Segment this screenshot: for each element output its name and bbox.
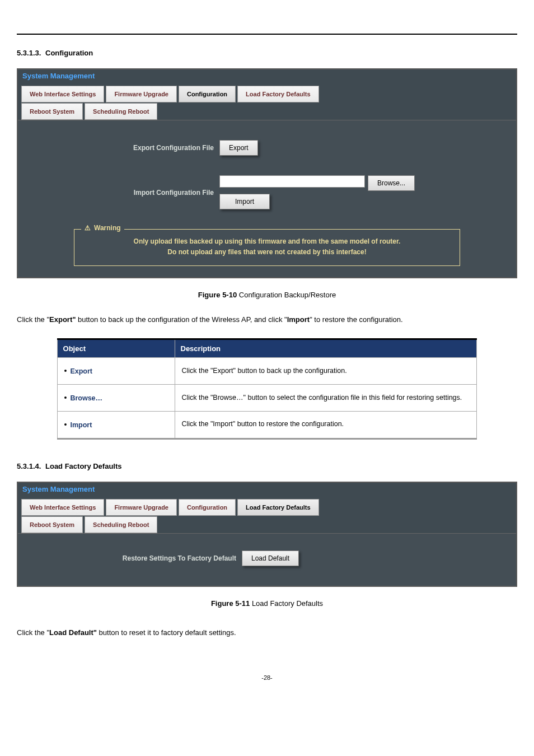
- tab-firmware-upgrade[interactable]: Firmware Upgrade: [106, 499, 177, 516]
- export-label: Export Configuration File: [35, 144, 219, 152]
- warning-line2: Do not upload any files that were not cr…: [85, 247, 449, 258]
- tab-load-factory-defaults[interactable]: Load Factory Defaults: [237, 86, 319, 102]
- panel-body: Restore Settings To Factory Default Load…: [18, 533, 516, 586]
- object-description: Click the "Export" button to back up the…: [175, 358, 477, 385]
- panel-title: System Management: [18, 69, 516, 82]
- bullet-icon: •: [64, 393, 67, 402]
- browse-button[interactable]: Browse...: [368, 175, 415, 191]
- section-number: 5.3.1.4.: [17, 462, 41, 470]
- page-number: -28-: [17, 674, 517, 681]
- figure-caption-2: Figure 5-11 Load Factory Defaults: [17, 599, 517, 608]
- warning-legend: ⚠ Warning: [81, 224, 124, 232]
- tab-web-interface[interactable]: Web Interface Settings: [21, 86, 104, 102]
- restore-row: Restore Settings To Factory Default Load…: [35, 550, 499, 566]
- object-name: Browse…: [70, 394, 102, 402]
- export-row: Export Configuration File Export: [35, 140, 499, 156]
- tabs-container: Web Interface Settings Firmware Upgrade …: [18, 82, 516, 120]
- section-title: Load Factory Defaults: [45, 462, 122, 470]
- figure-number: Figure 5-11: [211, 599, 250, 608]
- warning-icon: ⚠: [85, 224, 91, 232]
- figure-number: Figure 5-10: [198, 291, 237, 299]
- import-label: Import Configuration File: [35, 189, 219, 197]
- load-default-button[interactable]: Load Default: [242, 550, 299, 566]
- object-name: Import: [70, 421, 92, 429]
- object-description: Click the "Import" button to restore the…: [175, 411, 477, 438]
- bullet-icon: •: [64, 420, 67, 429]
- bullet-icon: •: [64, 366, 67, 375]
- paragraph-export-import: Click the "Export" button to back up the…: [17, 311, 517, 328]
- export-button[interactable]: Export: [219, 140, 258, 156]
- figure-title: Configuration Backup/Restore: [237, 291, 336, 299]
- system-management-panel-config: System Management Web Interface Settings…: [17, 68, 517, 278]
- tab-scheduling-reboot[interactable]: Scheduling Reboot: [85, 103, 157, 120]
- warning-line1: Only upload files backed up using this f…: [85, 236, 449, 247]
- figure-title: Load Factory Defaults: [250, 599, 323, 608]
- tab-reboot-system[interactable]: Reboot System: [21, 516, 83, 533]
- panel-body: Export Configuration File Export Import …: [18, 120, 516, 277]
- import-file-input[interactable]: [219, 175, 365, 188]
- warning-box: ⚠ Warning Only upload files backed up us…: [74, 229, 460, 266]
- tab-web-interface[interactable]: Web Interface Settings: [21, 499, 104, 516]
- section-heading-load-defaults: 5.3.1.4. Load Factory Defaults: [17, 462, 517, 470]
- panel-title: System Management: [18, 483, 516, 496]
- table-row: •Browse… Click the "Browse…" button to s…: [57, 385, 477, 412]
- restore-label: Restore Settings To Factory Default: [35, 554, 242, 562]
- table-row: •Export Click the "Export" button to bac…: [57, 358, 477, 385]
- tab-configuration[interactable]: Configuration: [179, 499, 236, 516]
- table-header-object: Object: [57, 339, 175, 358]
- section-title: Configuration: [45, 49, 93, 57]
- object-name: Export: [70, 367, 92, 375]
- figure-caption-1: Figure 5-10 Configuration Backup/Restore: [17, 291, 517, 299]
- paragraph-load-default: Click the "Load Default" button to reset…: [17, 624, 517, 641]
- tab-reboot-system[interactable]: Reboot System: [21, 103, 83, 120]
- tab-configuration[interactable]: Configuration: [179, 86, 236, 102]
- table-row: •Import Click the "Import" button to res…: [57, 411, 477, 438]
- section-number: 5.3.1.3.: [17, 49, 41, 57]
- tabs-container: Web Interface Settings Firmware Upgrade …: [18, 496, 516, 533]
- tab-firmware-upgrade[interactable]: Firmware Upgrade: [106, 86, 177, 102]
- tab-scheduling-reboot[interactable]: Scheduling Reboot: [85, 516, 157, 533]
- warning-legend-text: Warning: [94, 224, 121, 232]
- tab-load-factory-defaults[interactable]: Load Factory Defaults: [237, 499, 319, 516]
- import-button[interactable]: Import: [219, 194, 270, 209]
- table-header-description: Description: [175, 339, 477, 358]
- object-description-table: Object Description •Export Click the "Ex…: [57, 338, 477, 439]
- object-description: Click the "Browse…" button to select the…: [175, 385, 477, 412]
- import-row: Import Configuration File Browse... Impo…: [35, 175, 499, 209]
- section-heading-config: 5.3.1.3. Configuration: [17, 49, 517, 57]
- system-management-panel-defaults: System Management Web Interface Settings…: [17, 482, 517, 587]
- warning-text: Only upload files backed up using this f…: [85, 236, 449, 258]
